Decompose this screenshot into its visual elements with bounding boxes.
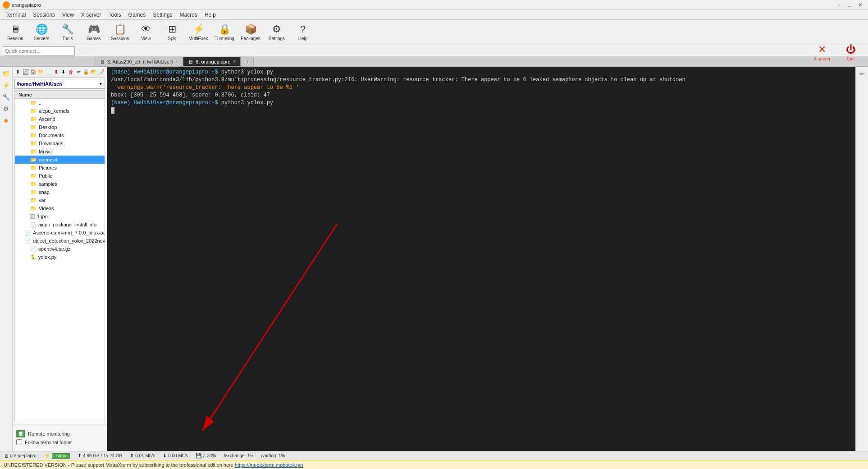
- sidebar-rename-icon[interactable]: ✏: [75, 68, 82, 76]
- tree-item-object-detection-yolox-2022nov-onn-[interactable]: 📄object_detection_yolox_2022nov.onn+: [15, 237, 105, 245]
- menu-item-tools[interactable]: Tools: [105, 11, 125, 19]
- left-strip-tools-icon[interactable]: 🔧: [1, 92, 11, 102]
- menu-item-terminal[interactable]: Terminal: [2, 11, 29, 19]
- left-icon-strip: 📁 ⚡ 🔧 ⚙ ●: [0, 67, 13, 451]
- toolbar-btn-multiexec[interactable]: ⚡MultiExec: [186, 21, 211, 44]
- tree-item-Downloads[interactable]: 📁Downloads: [15, 139, 105, 147]
- sidebar-home-icon[interactable]: 🏠: [30, 68, 37, 76]
- toolbar-btn-settings[interactable]: ⚙Settings: [264, 21, 289, 44]
- tree-item-label: object_detection_yolox_2022nov.onn+: [33, 238, 105, 244]
- toolbar-btn-sessions[interactable]: 📋Sessions: [107, 21, 132, 44]
- tree-item-Documents[interactable]: 📁Documents: [15, 131, 105, 139]
- menu-item-view[interactable]: View: [59, 11, 78, 19]
- toolbar-btn-tools[interactable]: 🔧Tools: [55, 21, 80, 44]
- folder-icon: 📁: [30, 205, 37, 212]
- tree-item-Ascend[interactable]: 📁Ascend: [15, 115, 105, 123]
- left-strip-sessions-icon[interactable]: ⚡: [1, 80, 11, 90]
- tree-item-yolox-py[interactable]: 🐍yolox.py: [15, 253, 105, 261]
- sidebar-permissions-icon[interactable]: 🔒: [82, 68, 90, 76]
- toolbar-btn-games[interactable]: 🎮Games: [81, 21, 106, 44]
- status-item-0: 🖥orangepiapro: [2, 453, 39, 459]
- tree-item-Public[interactable]: 📁Public: [15, 172, 105, 180]
- menu-item-help[interactable]: Help: [201, 11, 219, 19]
- tree-item-var[interactable]: 📁var: [15, 196, 105, 204]
- terminal-line-0: (base) HwHiAiUser@orangepiapro:~$ python…: [111, 69, 852, 76]
- menu-item-games[interactable]: Games: [125, 11, 150, 19]
- tree-item-label: Videos: [39, 206, 54, 211]
- tree-item-opencv4-tar-gz[interactable]: 📄opencv4.tar.gz: [15, 245, 105, 253]
- tree-item-label: aicpu_package_install.info: [38, 222, 96, 227]
- tree-item-opencv4[interactable]: 📂opencv4: [15, 156, 105, 164]
- tree-item-Music[interactable]: 📁Music: [15, 147, 105, 156]
- left-strip-files-icon[interactable]: 📁: [1, 69, 11, 78]
- tab-tab1[interactable]: 🖥3. Atlas200_eth (HwHiAiUser)×: [95, 57, 183, 66]
- folder-icon: 📁: [30, 116, 37, 122]
- sidebar-new-file-icon[interactable]: 📄: [45, 68, 52, 76]
- tree-item-aicpu-package-install-info[interactable]: 📄aicpu_package_install.info: [15, 221, 105, 229]
- path-selector[interactable]: /home/HwHiAiUser/ ▼: [14, 79, 105, 89]
- minimize-button[interactable]: −: [834, 1, 844, 9]
- toolbar-icon-servers: 🌐: [36, 23, 48, 35]
- toolbar-btn-packages[interactable]: 📦Packages: [238, 21, 263, 44]
- toolbar-btn-split[interactable]: ⊞Split: [160, 21, 185, 44]
- app-icon: [3, 1, 10, 9]
- terminal-area[interactable]: (base) HwHiAiUser@orangepiapro:~$ python…: [107, 67, 855, 451]
- tab-tab2[interactable]: 🖥6. orangepiapro×: [183, 57, 241, 66]
- sidebar-upload-icon[interactable]: ⬆: [53, 68, 60, 76]
- tab-tab3[interactable]: +: [241, 57, 253, 66]
- tab-close-icon[interactable]: ×: [233, 59, 236, 64]
- sidebar-download-icon[interactable]: ⬇: [60, 68, 67, 76]
- tree-item-1-jpg[interactable]: 🖼1.jpg: [15, 212, 105, 221]
- status-text-6: /exchange: 1%: [224, 453, 253, 458]
- tab-close-icon[interactable]: ×: [176, 59, 178, 64]
- folder-icon: 📁: [30, 189, 37, 195]
- maximize-button[interactable]: □: [845, 1, 854, 9]
- follow-terminal-checkbox[interactable]: [16, 439, 22, 445]
- sidebar-new-folder-icon[interactable]: 📁: [37, 68, 45, 76]
- right-panel-edit-icon[interactable]: ✏: [857, 69, 867, 78]
- toolbar-icon-tunneling: 🔒: [219, 23, 231, 35]
- tree-item-Desktop[interactable]: 📁Desktop: [15, 123, 105, 131]
- left-strip-macros-icon[interactable]: ⚙: [1, 104, 11, 114]
- toolbar-btn-help[interactable]: ?Help: [290, 21, 315, 44]
- tree-item-label: 1.jpg: [37, 214, 48, 219]
- sidebar-refresh-icon[interactable]: 🔄: [22, 68, 29, 76]
- menu-item-settings[interactable]: Settings: [149, 11, 176, 19]
- toolbar-btn-session[interactable]: 🖥Session: [3, 21, 28, 44]
- menu-item-x server[interactable]: X server: [78, 11, 105, 19]
- status-item-2: ⬆4.69 GB / 15.24 GB: [76, 453, 124, 459]
- sidebar-edit-icon[interactable]: 📝: [98, 68, 105, 76]
- left-strip-circle-icon[interactable]: ●: [1, 115, 11, 125]
- tree-item-label: Ascend: [39, 116, 55, 122]
- unreg-link[interactable]: https://mobaxterm.mobatek.net: [235, 462, 303, 468]
- tree-item-aicpu-kernels[interactable]: 📁aicpu_kernels: [15, 107, 105, 115]
- toolbar-btn-tunneling[interactable]: 🔒Tunneling: [212, 21, 237, 44]
- toolbar-btn-servers[interactable]: 🌐Servers: [29, 21, 54, 44]
- close-button[interactable]: ✕: [855, 1, 865, 9]
- svg-line-1: [202, 224, 338, 431]
- tree-item-Ascend-cann-nnrt-7-0-0-linux-aarch6-[interactable]: 📄Ascend-cann-nnrt_7.0.0_linux-aarch6+: [15, 229, 105, 237]
- toolbar-icon-games: 🎮: [88, 23, 100, 35]
- quick-connect-input[interactable]: [3, 46, 75, 55]
- remote-monitoring-item[interactable]: 📊 Remote monitoring: [16, 430, 103, 437]
- tree-header: Name: [15, 91, 105, 99]
- path-dropdown-icon: ▼: [99, 82, 103, 86]
- sidebar-up-icon[interactable]: ⬆: [14, 68, 22, 76]
- tree-item-snap[interactable]: 📁snap: [15, 188, 105, 196]
- folder-icon: 📁: [30, 148, 37, 155]
- sidebar-delete-icon[interactable]: 🗑: [68, 68, 75, 76]
- right-toolbar-btn-x-server[interactable]: ✕X server: [809, 41, 836, 64]
- file-tree[interactable]: Name 📁..📁aicpu_kernels📁Ascend📁Desktop📁Do…: [14, 90, 105, 422]
- menu-item-sessions[interactable]: Sessions: [29, 11, 59, 19]
- tree-item---[interactable]: 📁..: [15, 99, 105, 107]
- toolbar-btn-view[interactable]: 👁View: [133, 21, 159, 44]
- tab-label: 3. Atlas200_eth (HwHiAiUser): [107, 59, 173, 64]
- menu-item-macros[interactable]: Macros: [176, 11, 201, 19]
- tree-item-label: opencv4: [39, 157, 58, 162]
- tree-item-samples[interactable]: 📁samples: [15, 180, 105, 188]
- red-arrow-svg: [107, 67, 855, 451]
- tree-item-Pictures[interactable]: 📁Pictures: [15, 164, 105, 172]
- sidebar-open-icon[interactable]: 📂: [90, 68, 97, 76]
- right-toolbar-btn-exit[interactable]: ⏻Exit: [837, 41, 864, 64]
- tree-item-Videos[interactable]: 📁Videos: [15, 204, 105, 212]
